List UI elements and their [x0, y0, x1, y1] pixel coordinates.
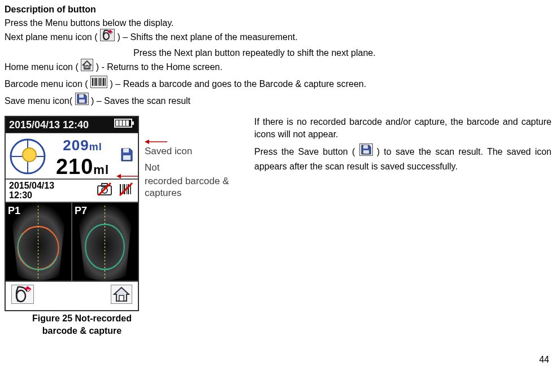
pane-1: P1 [6, 203, 71, 281]
figure-column: 2015/04/13 12:40 [5, 116, 252, 337]
barcode-disabled-icon [118, 181, 134, 201]
status-bar: 2015/04/13 12:40 [6, 117, 138, 133]
page-number: 44 [5, 354, 551, 366]
svg-rect-21 [126, 120, 129, 126]
next-plane-icon [100, 29, 115, 45]
barcode-icon [90, 76, 107, 92]
svg-point-25 [23, 148, 36, 162]
bottom-menu-bar [6, 281, 138, 310]
home-menu-button[interactable] [111, 285, 132, 307]
figure-caption-l1: Figure 25 Not-recorded [5, 312, 159, 325]
reading-top-unit: ml [89, 141, 102, 153]
reading-top: 209ml [46, 136, 119, 155]
annotation-notrec-pre: Not [145, 162, 252, 173]
figure-caption-l2: barcode & capture [5, 325, 159, 337]
text-fragment: ) – Shifts the next plane of the measure… [117, 32, 297, 42]
pane-1-label: P1 [8, 204, 20, 217]
pane-7: P7 [71, 203, 138, 281]
save-desc: Save menu icon( ) – Saves the scan resul… [5, 94, 551, 110]
scan-panes: P1 [6, 202, 138, 281]
svg-rect-20 [123, 120, 125, 126]
svg-rect-54 [363, 150, 369, 154]
right-text-column: If there is no recorded barcode and/or c… [252, 116, 551, 177]
saved-date: 2015/04/13 [9, 181, 96, 191]
aim-icon [9, 138, 46, 175]
pane-7-label: P7 [75, 204, 87, 217]
svg-rect-17 [132, 121, 134, 125]
reading-area: 209ml 210ml [6, 133, 138, 178]
next-plane-desc-2: Press the Next plan button repeatedly to… [5, 47, 551, 59]
svg-rect-19 [119, 120, 122, 126]
saved-time: 12:30 [9, 190, 96, 201]
device-screenshot: 2015/04/13 12:40 [5, 116, 139, 311]
next-plane-menu-button[interactable] [11, 285, 34, 307]
section-title: Description of button [5, 3, 551, 16]
svg-rect-18 [116, 120, 119, 126]
text-fragment: ) – Saves the scan result [91, 96, 190, 106]
saved-row: 2015/04/13 12:30 [6, 178, 138, 202]
text-fragment: ) – Reads a barcode and goes to the Barc… [110, 79, 367, 89]
arrow-icon [116, 173, 139, 180]
home-icon [81, 59, 93, 75]
battery-icon [114, 118, 134, 132]
text-fragment: Home menu icon ( [5, 62, 79, 72]
svg-rect-27 [123, 155, 131, 160]
svg-rect-49 [119, 295, 124, 301]
home-desc: Home menu icon ( ) - Returns to the Home… [5, 60, 551, 76]
camera-disabled-icon [96, 181, 113, 201]
annotation-notrec: recorded barcode & captures [145, 175, 252, 199]
annotation-saved: Saved icon [145, 145, 252, 157]
svg-rect-29 [102, 184, 107, 186]
text-fragment: Barcode menu icon ( [5, 79, 88, 89]
reading-main-value: 210 [56, 155, 93, 178]
svg-rect-53 [363, 145, 368, 149]
barcode-desc: Barcode menu icon ( ) – Reads a barcode … [5, 77, 551, 93]
figure-caption: Figure 25 Not-recorded barcode & capture [5, 312, 159, 337]
save-icon [359, 143, 373, 159]
next-plane-desc: Next plane menu icon ( ) – Shifts the ne… [5, 30, 551, 46]
saved-flag-icon [119, 147, 134, 166]
svg-rect-14 [79, 94, 84, 98]
reading-main-unit: ml [93, 163, 109, 177]
right-para-1: If there is no recorded barcode and/or c… [254, 116, 551, 140]
reading-main: 210ml [46, 156, 119, 177]
clock-text: 2015/04/13 12:40 [9, 118, 89, 132]
reading-top-value: 209 [63, 137, 89, 154]
text-fragment: Press the Save button ( [254, 147, 359, 156]
arrow-icon [145, 138, 167, 145]
svg-rect-26 [123, 149, 129, 153]
save-icon [75, 93, 89, 108]
intro-text: Press the Menu buttons below the display… [5, 17, 551, 29]
right-para-2: Press the Save button ( ) to save the sc… [254, 145, 551, 172]
text-fragment: Next plane menu icon ( [5, 32, 98, 42]
svg-rect-15 [79, 99, 85, 103]
text-fragment: Save menu icon( [5, 96, 72, 106]
annotation-column: Saved icon Not recorded barcode & captur… [139, 116, 252, 199]
text-fragment: ) - Returns to the Home screen. [96, 62, 223, 72]
